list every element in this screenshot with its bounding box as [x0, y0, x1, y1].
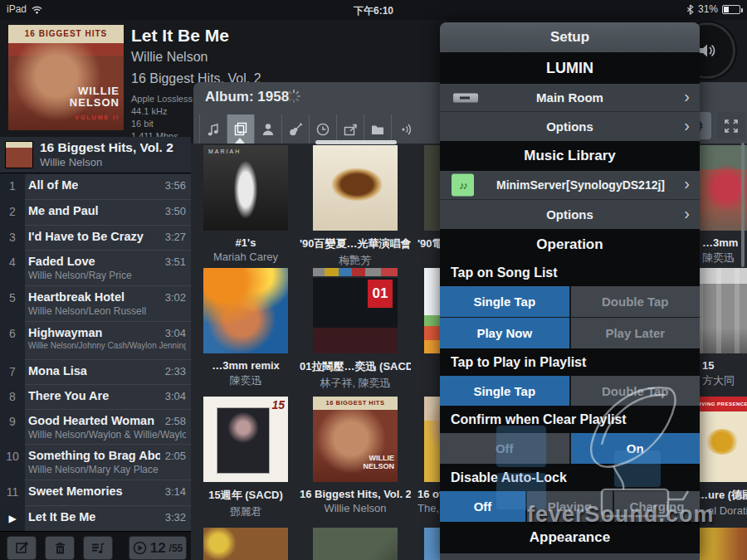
album-cell[interactable]: 01 01拉闊壓…奕迅 (SACD) 林子祥, 陳奕迅 [300, 268, 411, 391]
playlist-header[interactable]: 16 Biggest Hits, Vol. 2 Willie Nelson [0, 137, 191, 173]
album-cell[interactable]: '90百變夏…光華演唱會 梅艷芳 [300, 145, 411, 268]
tab-composers[interactable] [281, 114, 309, 144]
double-tap-option[interactable]: Double Tap [571, 286, 701, 317]
expand-icon [724, 119, 739, 134]
off-option[interactable]: Off [440, 433, 571, 464]
charging-option[interactable]: Charging [614, 491, 700, 522]
main-room-row[interactable]: Main Room › [440, 84, 700, 112]
server-label: MinimServer[SynologyDS212j] [496, 178, 665, 192]
album-cover[interactable] [203, 528, 288, 560]
browse-tabs [199, 114, 418, 144]
track-duration: 3:02 [165, 291, 186, 304]
library-options-row[interactable]: Options › [440, 200, 700, 229]
section-operation: Operation [440, 229, 700, 260]
track-row[interactable]: 11 Sweet Memories3:14 [0, 480, 191, 506]
track-row[interactable]: 1 All of Me3:56 [0, 174, 191, 200]
track-number: 5 [0, 286, 25, 322]
clear-playlist-button[interactable] [45, 536, 75, 560]
single-tap-option[interactable]: Single Tap [440, 286, 571, 317]
single-tap-option[interactable]: Single Tap [440, 376, 571, 406]
track-number: 9 [0, 410, 25, 445]
album-cover[interactable]: 15 [203, 397, 288, 482]
play-later-option[interactable]: Play Later [571, 318, 701, 348]
track-number: 3 [0, 226, 25, 251]
album-cover[interactable]: 16 BIGGEST HITS WILLIE NELSON [313, 397, 398, 482]
tab-recent[interactable] [309, 114, 336, 144]
track-duration: 3:32 [165, 511, 186, 523]
lumin-options-row[interactable]: Options › [440, 112, 700, 141]
album-cover[interactable]: MARIAH [203, 145, 288, 231]
battery-icon [722, 5, 740, 14]
chevron-right-icon: › [684, 174, 690, 193]
track-row[interactable]: 8 There You Are3:04 [0, 385, 191, 410]
double-tap-option[interactable]: Double Tap [571, 376, 701, 406]
track-row[interactable]: 3 I'd Have to Be Crazy3:27 [0, 226, 191, 251]
tab-export[interactable] [336, 114, 364, 144]
edit-icon [15, 541, 29, 555]
track-number: 4 [0, 251, 25, 286]
track-duration: 3:51 [165, 256, 186, 268]
track-subtitle: Willie Nelson/Mary Kay Place [28, 464, 186, 475]
track-title: All of Me [28, 178, 78, 192]
album-artist: Willie Nelson [300, 502, 411, 514]
audio-format-info: Apple Lossless 44.1 kHz 16 bit 1.411 Mbp… [131, 93, 193, 143]
vertical-scroll-indicator[interactable] [741, 143, 745, 267]
track-subtitle: Willie Nelson/Leon Russell [28, 305, 186, 317]
album-cover[interactable]: 01 [313, 268, 398, 353]
playlist-album-thumb [5, 141, 33, 168]
tab-radio[interactable] [391, 114, 418, 144]
album-title: 16 Biggest Hits, Vol. 2 [300, 488, 411, 500]
track-title: Me and Paul [28, 204, 99, 217]
cover-text: MARIAH [208, 149, 241, 154]
track-duration: 3:50 [165, 205, 186, 217]
playing-option[interactable]: Playing [527, 491, 614, 522]
sample-rate: 44.1 kHz [131, 105, 193, 118]
tab-artists[interactable] [254, 114, 281, 144]
server-row[interactable]: ♪♪ MinimServer[SynologyDS212j] › [440, 171, 700, 200]
tab-songs[interactable] [199, 114, 227, 144]
chevron-right-icon: › [684, 203, 690, 222]
album-cover[interactable] [203, 268, 288, 353]
save-playlist-button[interactable] [83, 536, 113, 560]
track-title: Heartbreak Hotel [28, 290, 124, 304]
playlist-panel: 16 Biggest Hits, Vol. 2 Willie Nelson 1 … [0, 137, 191, 531]
track-title: Sweet Memories [28, 485, 123, 498]
fullscreen-button[interactable] [717, 112, 745, 139]
off-option[interactable]: Off [440, 491, 527, 522]
track-row-playing[interactable]: ▶ Let It Be Me3:32 [0, 506, 191, 533]
options-label: Options [546, 119, 593, 134]
tab-folders[interactable] [364, 114, 391, 144]
album-cover[interactable] [313, 145, 398, 231]
album-cell[interactable]: …3mm remix 陳奕迅 [191, 268, 301, 388]
album-title: 15週年 (SACD) [191, 488, 301, 503]
track-row[interactable]: 10 Something to Brag About2:05 Willie Ne… [0, 445, 191, 480]
album-cell[interactable]: 15 15週年 (SACD) 鄧麗君 [191, 397, 301, 519]
play-now-option[interactable]: Play Now [440, 318, 571, 348]
track-row[interactable]: 4 Faded Love3:51 Willie Nelson/Ray Price [0, 251, 191, 286]
album-cell[interactable]: MARIAH #1's Mariah Carey [191, 145, 301, 263]
cover-banner: 16 BIGGEST HITS [313, 397, 398, 410]
playing-counter-button[interactable]: 12/55 [129, 536, 187, 560]
on-option[interactable]: On [571, 433, 701, 464]
track-row[interactable]: 9 Good Hearted Woman2:58 Willie Nelson/W… [0, 410, 191, 445]
lumin-device-icon [453, 93, 478, 102]
album-cover[interactable] [313, 528, 398, 560]
track-row[interactable]: 2 Me and Paul3:50 [0, 200, 191, 226]
chevron-right-icon: › [684, 115, 690, 134]
edit-playlist-button[interactable] [7, 536, 37, 560]
track-row[interactable]: 5 Heartbreak Hotel3:02 Willie Nelson/Leo… [0, 286, 191, 322]
track-row[interactable]: 6 Highwayman3:04 Willie Nelson/Johnny Ca… [0, 322, 191, 360]
track-title: I'd Have to Be Crazy [28, 230, 144, 243]
play-circle-icon [133, 541, 147, 555]
album-cell[interactable]: 16 BIGGEST HITS WILLIE NELSON 16 Biggest… [300, 397, 411, 514]
cover-text: 01 [368, 280, 393, 308]
horizontal-scroll-indicator[interactable] [315, 140, 397, 144]
track-row[interactable]: 7 Mona Lisa2:33 [0, 360, 191, 385]
album-cell[interactable] [300, 528, 411, 560]
track-title: Mona Lisa [28, 364, 87, 377]
now-playing-artwork[interactable]: 16 BIGGEST HITS WILLIE NELSON VOLUME II [8, 25, 124, 130]
selected-tab-pointer [235, 138, 245, 144]
track-title: Highwayman [28, 326, 102, 339]
album-cell[interactable] [191, 528, 301, 560]
playlist-album-title: 16 Biggest Hits, Vol. 2 [40, 140, 173, 155]
